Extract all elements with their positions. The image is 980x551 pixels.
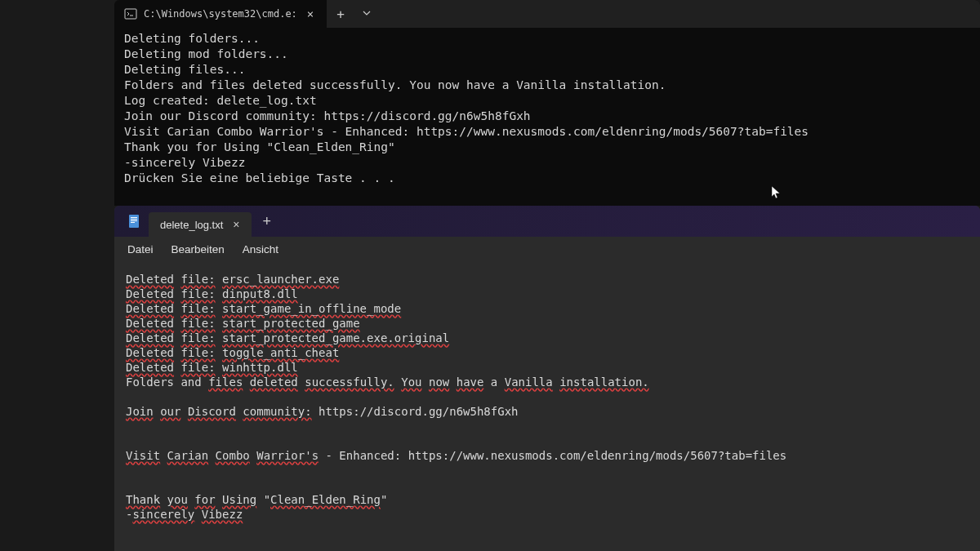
svg-rect-3	[131, 219, 137, 220]
notepad-menu-edit[interactable]: Bearbeiten	[172, 243, 225, 256]
notepad-menu-file[interactable]: Datei	[127, 243, 154, 256]
terminal-tab-title: C:\Windows\system32\cmd.e:	[144, 8, 297, 20]
notepad-tab-close[interactable]: ×	[233, 218, 239, 231]
notepad-titlebar: delete_log.txt × +	[114, 206, 980, 237]
svg-rect-2	[131, 217, 137, 218]
terminal-tab[interactable]: C:\Windows\system32\cmd.e: ×	[114, 0, 327, 28]
notepad-tab[interactable]: delete_log.txt ×	[149, 212, 252, 237]
notepad-menu: Datei Bearbeiten Ansicht	[114, 237, 980, 262]
notepad-new-tab[interactable]: +	[252, 213, 283, 230]
terminal-tabbar: C:\Windows\system32\cmd.e: × +	[114, 0, 980, 28]
notepad-content[interactable]: Deleted file: ersc_launcher.exeDeleted f…	[114, 262, 980, 531]
svg-rect-0	[125, 9, 136, 19]
cmd-icon	[124, 7, 137, 20]
notepad-menu-view[interactable]: Ansicht	[243, 243, 278, 256]
notepad-app-icon	[126, 213, 142, 229]
svg-rect-5	[131, 222, 135, 223]
terminal-output[interactable]: Deleting folders... Deleting mod folders…	[114, 28, 980, 189]
notepad-tab-title: delete_log.txt	[160, 219, 223, 231]
terminal-tab-dropdown[interactable]	[354, 8, 379, 20]
terminal-window: C:\Windows\system32\cmd.e: × + Deleting …	[114, 0, 980, 206]
terminal-tab-close[interactable]: ×	[304, 7, 317, 20]
svg-rect-4	[131, 220, 137, 221]
terminal-new-tab[interactable]: +	[327, 7, 354, 22]
notepad-window: delete_log.txt × + Datei Bearbeiten Ansi…	[114, 206, 980, 551]
